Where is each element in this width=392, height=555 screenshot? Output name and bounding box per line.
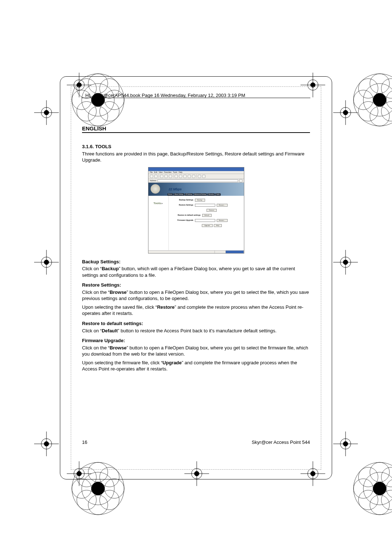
- firmware-text-1: Click on the “Browse” button to open a F…: [82, 345, 310, 357]
- crop-mark-icon: [338, 254, 354, 270]
- status-bar: [148, 250, 244, 253]
- menu-item: Help: [179, 171, 182, 174]
- firmware-heading: Firmware Upgrade:: [82, 337, 310, 344]
- backup-heading: Backup Settings:: [82, 259, 310, 265]
- window-titlebar: [148, 167, 244, 171]
- restore-text-1: Click on the “Browse” button to open a F…: [82, 289, 310, 302]
- default-heading: Restore to default settings:: [82, 320, 310, 327]
- menu-item: Edit: [154, 171, 158, 174]
- brand-text: 22 Mbps: [169, 187, 182, 191]
- menu-item: File: [150, 171, 153, 174]
- footer-product: Skyr@cer Access Point 544: [252, 439, 310, 445]
- side-label: Tools▸: [148, 196, 169, 250]
- backup-button[interactable]: Backup: [195, 199, 205, 202]
- crop-mark-icon: [38, 254, 54, 270]
- nav-tabs: Home Basic Setting IP Setting Advanced S…: [167, 193, 221, 196]
- tools-screenshot: File Edit View Favorites Tools Help Addr…: [148, 167, 244, 254]
- restore-heading: Restore Settings:: [82, 282, 310, 288]
- section-heading: 3.1.6. TOOLS: [82, 143, 310, 150]
- crop-mark-icon: [338, 436, 354, 452]
- restore-text-2: Upon selecting the saved file, click “Re…: [82, 304, 310, 317]
- page-header: HL_Skyr@cerAP544.book Page 16 Wednesday,…: [85, 93, 245, 98]
- backup-text: Click on “Backup” button, which will ope…: [82, 266, 310, 278]
- firmware-text-2: Upon selecting the firmware file, click …: [82, 360, 310, 372]
- language-heading: ENGLISH: [82, 125, 310, 133]
- default-text: Click on “Default” button to restore the…: [82, 328, 310, 334]
- menubar: File Edit View Favorites Tools Help: [148, 171, 244, 174]
- browse-button[interactable]: Browse...: [217, 204, 228, 207]
- menu-item: Favorites: [164, 171, 172, 174]
- toolbar: [148, 174, 244, 179]
- default-button[interactable]: Default: [202, 214, 212, 217]
- menu-item: Tools: [173, 171, 177, 174]
- intro-text: Three functions are provided in this pag…: [82, 151, 310, 163]
- tools-panel: Backup SettingsBackup Restore SettingsBr…: [169, 196, 244, 250]
- crop-mark-icon: [338, 105, 354, 121]
- browse-button[interactable]: Browse...: [217, 219, 228, 222]
- restore-button[interactable]: Restore: [207, 209, 217, 212]
- help-button[interactable]: Help: [214, 224, 222, 227]
- page-number: 16: [82, 439, 87, 445]
- page-content: 3.1.6. TOOLS Three functions are provide…: [82, 143, 310, 376]
- banner: 22 Mbps Home Basic Setting IP Setting Ad…: [148, 183, 244, 196]
- address-bar: Address: [148, 179, 244, 183]
- firmware-file-input[interactable]: [195, 219, 215, 222]
- logo-icon: [151, 184, 160, 194]
- menu-item: View: [159, 171, 163, 174]
- crop-mark-icon: [38, 105, 54, 121]
- header-rule: [82, 98, 310, 98]
- restore-file-input[interactable]: [195, 204, 215, 207]
- upgrade-button[interactable]: Upgrade: [202, 224, 213, 227]
- crop-mark-icon: [38, 436, 54, 452]
